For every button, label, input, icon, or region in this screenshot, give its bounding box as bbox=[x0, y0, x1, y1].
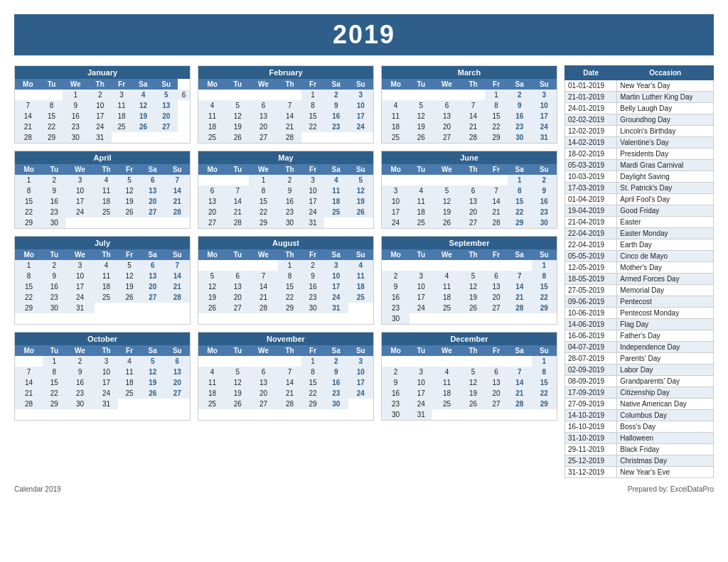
day-cell: 8 bbox=[15, 185, 43, 196]
holiday-cell: Halloween bbox=[617, 433, 714, 444]
month-table: MoTuWeThFrSaSu12345678910111213141516171… bbox=[15, 164, 190, 228]
day-cell: 22 bbox=[249, 207, 277, 217]
day-cell bbox=[324, 217, 348, 228]
day-cell: 13 bbox=[461, 196, 486, 207]
day-cell: 26 bbox=[461, 399, 486, 409]
day-cell: 9 bbox=[301, 271, 323, 281]
day-cell: 23 bbox=[301, 292, 323, 303]
day-cell bbox=[249, 90, 277, 100]
day-cell: 27 bbox=[165, 388, 190, 399]
footer: Calendar 2019 Prepared by: ExcelDataPro bbox=[14, 485, 714, 493]
day-cell: 11 bbox=[118, 367, 140, 377]
day-cell bbox=[532, 313, 557, 324]
day-cell: 20 bbox=[165, 377, 190, 388]
day-cell: 18 bbox=[382, 121, 410, 132]
day-cell: 8 bbox=[41, 100, 63, 111]
day-cell: 26 bbox=[348, 207, 373, 217]
day-cell: 28 bbox=[485, 217, 507, 228]
day-cell: 1 bbox=[15, 175, 43, 185]
holiday-row: 02-02-2019Groundhog Day bbox=[565, 114, 714, 126]
day-cell: 23 bbox=[43, 207, 65, 217]
day-cell: 5 bbox=[432, 185, 461, 196]
day-header: Fr bbox=[301, 164, 323, 175]
day-cell bbox=[461, 260, 486, 271]
holiday-row: 17-09-2019Citizenship Day bbox=[565, 387, 714, 399]
day-cell: 30 bbox=[278, 217, 302, 228]
day-cell bbox=[485, 260, 507, 271]
day-cell: 16 bbox=[278, 196, 302, 207]
day-header: Sa bbox=[508, 164, 532, 175]
month-block-june: JuneMoTuWeThFrSaSu1234567891011121314151… bbox=[381, 151, 557, 229]
day-cell: 13 bbox=[485, 377, 507, 388]
holiday-cell: Armed Forces Day bbox=[617, 274, 714, 285]
month-table: MoTuWeThFrSaSu12345678910111213141516171… bbox=[382, 164, 557, 228]
day-cell bbox=[165, 217, 190, 228]
day-cell: 6 bbox=[141, 260, 165, 271]
day-header: Sa bbox=[141, 345, 165, 356]
day-cell: 21 bbox=[508, 292, 532, 303]
month-title: July bbox=[15, 237, 190, 249]
day-header: Fr bbox=[112, 79, 132, 90]
day-cell: 30 bbox=[301, 303, 323, 313]
day-cell: 12 bbox=[461, 281, 486, 292]
month-table: MoTuWeThFrSaSu12345678910111213141516171… bbox=[198, 249, 373, 313]
day-cell: 15 bbox=[15, 281, 43, 292]
day-cell: 14 bbox=[508, 377, 532, 388]
day-cell: 22 bbox=[15, 207, 43, 217]
day-cell bbox=[198, 356, 226, 367]
day-cell: 16 bbox=[382, 388, 410, 399]
holiday-cell: Christmas Day bbox=[617, 455, 714, 467]
day-cell: 1 bbox=[301, 356, 323, 367]
day-cell: 21 bbox=[278, 388, 302, 399]
day-cell bbox=[485, 409, 507, 420]
holiday-cell: 09-06-2019 bbox=[565, 296, 617, 308]
day-cell: 8 bbox=[532, 367, 557, 377]
day-cell: 17 bbox=[301, 196, 323, 207]
day-cell: 16 bbox=[43, 196, 65, 207]
day-cell: 5 bbox=[226, 367, 249, 377]
day-cell: 19 bbox=[118, 281, 140, 292]
day-cell: 13 bbox=[141, 185, 165, 196]
day-cell: 6 bbox=[249, 100, 277, 111]
day-cell bbox=[410, 260, 432, 271]
day-cell: 1 bbox=[43, 356, 65, 367]
day-cell: 4 bbox=[198, 367, 226, 377]
day-cell: 5 bbox=[118, 260, 140, 271]
day-header: Th bbox=[278, 249, 302, 260]
holiday-cell: 21-04-2019 bbox=[565, 217, 617, 228]
day-header: Sa bbox=[141, 249, 165, 260]
day-cell: 25 bbox=[348, 292, 373, 303]
day-header: Fr bbox=[301, 249, 323, 260]
day-cell: 14 bbox=[278, 377, 302, 388]
day-cell: 28 bbox=[165, 292, 190, 303]
day-cell: 29 bbox=[249, 217, 277, 228]
day-cell: 2 bbox=[89, 90, 112, 100]
day-cell: 1 bbox=[532, 260, 557, 271]
day-cell bbox=[226, 175, 249, 185]
day-cell bbox=[432, 409, 461, 420]
day-cell: 7 bbox=[165, 260, 190, 271]
day-cell: 12 bbox=[226, 377, 249, 388]
holiday-row: 12-05-2019Mother's Day bbox=[565, 262, 714, 274]
day-cell bbox=[41, 90, 63, 100]
month-table: MoTuWeThFrSaSu12345678910111213141516171… bbox=[198, 79, 373, 143]
day-header: Mo bbox=[382, 345, 410, 356]
month-title: April bbox=[15, 151, 190, 164]
day-header: Su bbox=[532, 249, 557, 260]
day-cell: 20 bbox=[141, 196, 165, 207]
holiday-row: 05-05-2019Cinco de Mayo bbox=[565, 251, 714, 262]
day-cell: 16 bbox=[65, 377, 94, 388]
day-cell: 19 bbox=[198, 292, 226, 303]
holiday-cell: 05-03-2019 bbox=[565, 160, 617, 171]
holiday-row: 09-06-2019Pentecost bbox=[565, 296, 714, 308]
day-cell: 11 bbox=[198, 111, 226, 121]
holiday-cell: 10-06-2019 bbox=[565, 308, 617, 319]
holiday-cell: Good Friday bbox=[617, 205, 714, 217]
holiday-cell: 18-02-2019 bbox=[565, 148, 617, 160]
day-cell: 26 bbox=[226, 132, 249, 143]
day-header: Su bbox=[532, 79, 557, 90]
day-cell bbox=[112, 132, 132, 143]
day-cell: 10 bbox=[65, 271, 94, 281]
day-cell: 25 bbox=[95, 207, 119, 217]
day-header: Fr bbox=[301, 79, 323, 90]
